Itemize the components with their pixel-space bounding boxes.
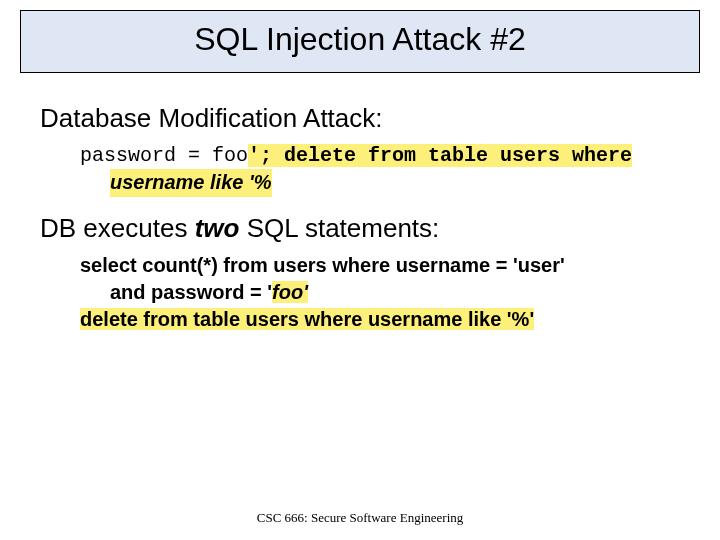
heading2-em: two <box>195 213 240 243</box>
slide-title-box: SQL Injection Attack #2 <box>20 10 700 73</box>
sql-line-3: delete from table users where username l… <box>80 306 680 333</box>
sql-statements: select count(*) from users where usernam… <box>80 252 680 333</box>
code-highlight-2: username like '% <box>110 169 272 197</box>
slide-footer: CSC 666: Secure Software Engineering <box>0 510 720 526</box>
code-example: password = foo'; delete from table users… <box>80 142 680 197</box>
slide-content: Database Modification Attack: password =… <box>0 73 720 333</box>
sql-line-1: select count(*) from users where usernam… <box>80 252 680 279</box>
sql-line-2: and password = 'foo' <box>80 279 680 306</box>
section1-heading: Database Modification Attack: <box>40 103 680 134</box>
code-prefix: password = foo <box>80 144 248 167</box>
code-highlight-1: '; delete from table users where <box>248 144 632 167</box>
slide-title: SQL Injection Attack #2 <box>41 21 679 58</box>
heading2-pre: DB executes <box>40 213 195 243</box>
section2-heading: DB executes two SQL statements: <box>40 213 680 244</box>
heading2-post: SQL statements: <box>239 213 439 243</box>
